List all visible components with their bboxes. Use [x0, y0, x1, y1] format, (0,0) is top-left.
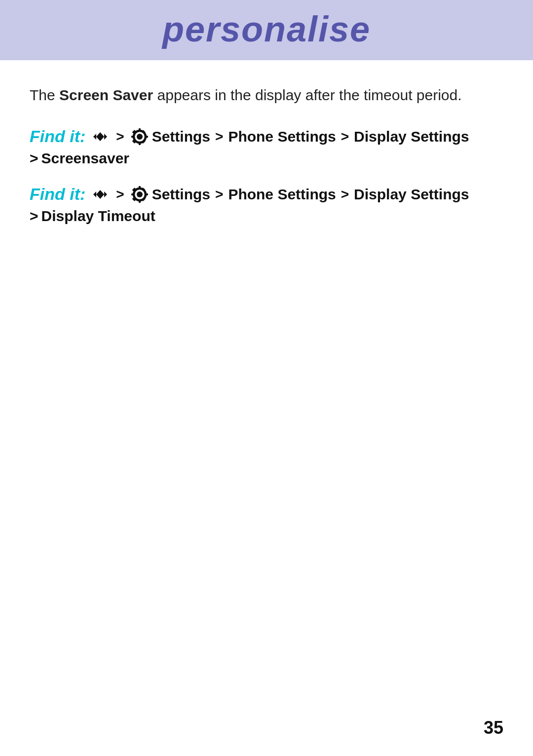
nav-diamond-icon-1 [91, 129, 109, 144]
svg-point-3 [137, 134, 143, 140]
nav-sep-2b: > [215, 184, 223, 205]
page-title: personalise [162, 9, 371, 49]
nav-sep-2c: > [341, 184, 349, 205]
svg-rect-7 [131, 136, 135, 138]
svg-rect-8 [145, 136, 148, 138]
nav-settings-1: Settings [152, 125, 210, 148]
intro-paragraph: The Screen Saver appears in the display … [30, 84, 503, 106]
nav-phone-settings-2: Phone Settings [228, 183, 336, 205]
header-banner: personalise [0, 0, 533, 60]
svg-rect-18 [139, 186, 141, 189]
nav-display-settings-2: Display Settings [354, 183, 469, 205]
nav-separator-2a: > [116, 184, 124, 205]
svg-rect-20 [131, 193, 135, 195]
svg-point-16 [137, 191, 143, 197]
sub-gt-2: > [30, 208, 38, 224]
content-area: The Screen Saver appears in the display … [0, 60, 533, 269]
svg-rect-6 [139, 142, 141, 145]
nav-sep-1b: > [215, 126, 223, 147]
screen-saver-label: Screen Saver [59, 87, 153, 103]
settings-icon-1 [131, 128, 148, 145]
settings-icon-2 [131, 186, 148, 203]
find-it-label-2: Find it: [30, 182, 85, 207]
find-it-sub-2: >Display Timeout [30, 208, 503, 225]
svg-marker-13 [93, 191, 96, 197]
svg-rect-5 [139, 128, 141, 132]
find-it-line-2: Find it: > [30, 182, 503, 207]
sub-display-timeout: Display Timeout [41, 208, 155, 224]
find-it-block-1: Find it: > [30, 124, 503, 167]
find-it-label-1: Find it: [30, 124, 85, 149]
intro-text-after: appears in the display after the timeout… [153, 87, 461, 103]
svg-rect-21 [145, 193, 148, 195]
sub-gt-1: > [30, 150, 38, 166]
page-number: 35 [484, 718, 503, 738]
svg-marker-15 [104, 191, 107, 197]
nav-sep-1c: > [341, 126, 349, 147]
svg-marker-14 [96, 190, 104, 199]
nav-separator-1a: > [116, 126, 124, 147]
find-it-line-1: Find it: > [30, 124, 503, 149]
find-it-sub-1: >Screensaver [30, 150, 503, 167]
intro-text-before: The [30, 87, 59, 103]
find-it-block-2: Find it: > [30, 182, 503, 225]
sub-screensaver: Screensaver [41, 150, 129, 166]
nav-display-settings-1: Display Settings [354, 125, 469, 148]
svg-marker-1 [96, 132, 104, 141]
nav-phone-settings-1: Phone Settings [228, 125, 336, 148]
svg-marker-2 [104, 134, 107, 140]
svg-marker-0 [93, 134, 96, 140]
nav-diamond-icon-2 [91, 187, 109, 202]
svg-rect-19 [139, 199, 141, 203]
nav-settings-2: Settings [152, 183, 210, 205]
